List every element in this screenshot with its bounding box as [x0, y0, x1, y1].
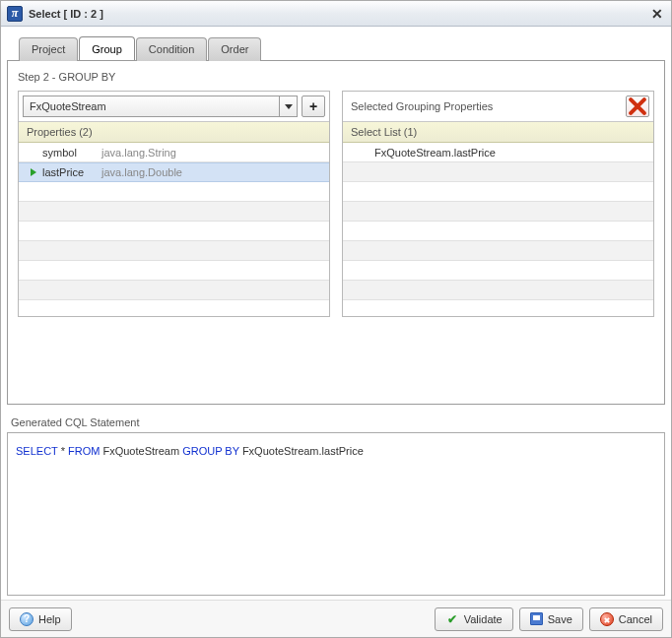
- save-label: Save: [548, 613, 572, 625]
- cql-keyword: FROM: [68, 445, 100, 457]
- selected-title: Selected Grouping Properties: [347, 96, 622, 117]
- generated-cql-label: Generated CQL Statement: [11, 416, 661, 428]
- dialog-body: Project Group Condition Order Step 2 - G…: [1, 27, 671, 600]
- help-button[interactable]: ? Help: [9, 607, 72, 631]
- title-bar: π Select [ ID : 2 ] ✕: [1, 1, 671, 27]
- group-columns: FxQuoteStream + Properties (2) symbol ja…: [18, 91, 654, 317]
- delete-x-icon: [627, 96, 648, 117]
- generated-cql-textarea[interactable]: SELECT * FROM FxQuoteStream GROUP BY FxQ…: [7, 432, 665, 596]
- cql-text: *: [61, 445, 65, 457]
- property-type: java.lang.Double: [101, 166, 182, 178]
- group-tab-panel: Step 2 - GROUP BY FxQuoteStream + Proper…: [7, 60, 665, 405]
- empty-row: [19, 202, 329, 222]
- property-name: lastPrice: [42, 166, 101, 178]
- properties-subheader: Properties (2): [19, 122, 329, 143]
- property-type: java.lang.String: [101, 147, 176, 159]
- empty-row: [343, 162, 653, 182]
- delete-button[interactable]: [626, 96, 649, 117]
- empty-row: [343, 222, 653, 241]
- properties-grid: symbol java.lang.String lastPrice java.l…: [19, 143, 329, 300]
- source-dropdown-value: FxQuoteStream: [30, 100, 106, 112]
- dialog-title: Select [ ID : 2 ]: [29, 8, 649, 20]
- check-icon: [445, 612, 459, 626]
- tab-bar: Project Group Condition Order: [19, 36, 665, 60]
- property-row[interactable]: lastPrice java.lang.Double: [19, 162, 329, 182]
- empty-row: [343, 241, 653, 261]
- cql-keyword: GROUP BY: [182, 445, 239, 457]
- help-label: Help: [38, 613, 61, 625]
- cancel-icon: [600, 612, 614, 626]
- tab-condition[interactable]: Condition: [136, 37, 207, 61]
- add-button[interactable]: +: [302, 96, 325, 117]
- app-pi-icon: π: [7, 6, 23, 22]
- validate-label: Validate: [464, 613, 503, 625]
- close-icon[interactable]: ✕: [649, 6, 665, 22]
- empty-row: [19, 241, 329, 261]
- available-header: FxQuoteStream +: [19, 92, 329, 122]
- select-list-subheader: Select List (1): [343, 122, 653, 143]
- selected-header: Selected Grouping Properties: [343, 92, 653, 122]
- selected-properties-panel: Selected Grouping Properties Select List…: [342, 91, 654, 317]
- help-icon: ?: [20, 612, 34, 626]
- tab-project[interactable]: Project: [19, 37, 78, 61]
- empty-row: [343, 182, 653, 202]
- dropdown-arrow-icon: [279, 96, 297, 116]
- selected-item-row[interactable]: FxQuoteStream.lastPrice: [343, 143, 653, 162]
- cql-text: FxQuoteStream.lastPrice: [242, 445, 364, 457]
- property-name: symbol: [42, 147, 101, 159]
- empty-row: [343, 202, 653, 222]
- select-dialog: π Select [ ID : 2 ] ✕ Project Group Cond…: [0, 0, 672, 638]
- validate-button[interactable]: Validate: [435, 607, 513, 631]
- tab-group[interactable]: Group: [79, 36, 135, 60]
- empty-row: [19, 222, 329, 241]
- empty-row: [343, 261, 653, 281]
- source-dropdown[interactable]: FxQuoteStream: [23, 96, 298, 117]
- empty-row: [19, 261, 329, 281]
- cql-keyword: SELECT: [16, 445, 58, 457]
- empty-row: [19, 281, 329, 300]
- property-row[interactable]: symbol java.lang.String: [19, 143, 329, 162]
- save-icon: [530, 612, 543, 625]
- empty-row: [19, 182, 329, 202]
- save-button[interactable]: Save: [519, 607, 583, 631]
- available-properties-panel: FxQuoteStream + Properties (2) symbol ja…: [18, 91, 330, 317]
- cancel-button[interactable]: Cancel: [589, 607, 663, 631]
- selected-item-text: FxQuoteStream.lastPrice: [349, 147, 496, 159]
- tab-order[interactable]: Order: [208, 37, 261, 61]
- cancel-label: Cancel: [619, 613, 652, 625]
- dialog-footer: ? Help Validate Save Cancel: [1, 600, 671, 637]
- selected-grid: FxQuoteStream.lastPrice: [343, 143, 653, 300]
- step-label: Step 2 - GROUP BY: [18, 71, 654, 83]
- empty-row: [343, 281, 653, 300]
- row-arrow-icon: [25, 168, 42, 176]
- cql-text: FxQuoteStream: [102, 445, 179, 457]
